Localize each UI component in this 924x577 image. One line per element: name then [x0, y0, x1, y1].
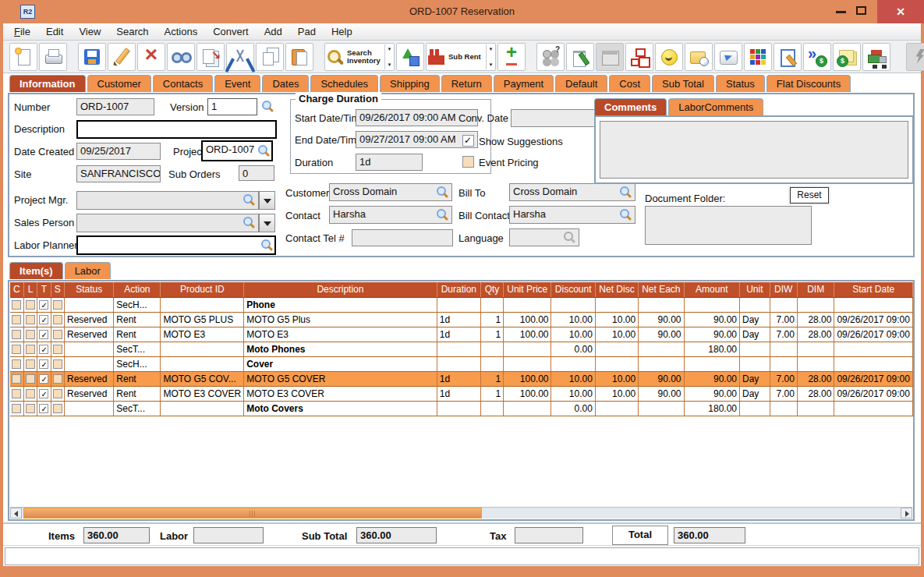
s-flag-checkbox[interactable]: [53, 345, 62, 354]
column-header-net-each[interactable]: Net Each: [639, 282, 684, 297]
site-field[interactable]: SANFRANCISCO: [76, 165, 161, 182]
language-field[interactable]: [509, 228, 579, 246]
l-flag-checkbox[interactable]: [26, 404, 35, 413]
project-mgr-dropdown-button[interactable]: [259, 191, 275, 210]
column-header-diw[interactable]: DIW: [770, 282, 797, 297]
column-header-s[interactable]: S: [51, 282, 64, 297]
copy-button[interactable]: [256, 43, 284, 71]
customer-field[interactable]: Cross Domain: [329, 183, 452, 201]
column-header-start-date[interactable]: Start Date: [834, 282, 913, 297]
s-flag-checkbox[interactable]: [53, 330, 62, 339]
sales-person-dropdown-button[interactable]: [259, 214, 275, 232]
item-row[interactable]: ReservedRentMOTO E3MOTO E31d1100.0010.00…: [10, 327, 913, 342]
column-header-dim[interactable]: DIM: [797, 282, 834, 297]
close-button[interactable]: ✕: [877, 0, 924, 23]
document-folder-field[interactable]: [645, 206, 812, 245]
c-flag-checkbox[interactable]: [12, 315, 21, 324]
l-flag-checkbox[interactable]: [26, 300, 35, 310]
sales-person-field[interactable]: [76, 214, 259, 232]
tab-payment[interactable]: Payment: [494, 75, 554, 92]
menu-convert[interactable]: Convert: [205, 23, 257, 40]
project-mgr-search-icon[interactable]: [243, 194, 255, 206]
billing-invoice-button[interactable]: [833, 43, 861, 71]
column-header-discount[interactable]: Discount: [551, 282, 595, 297]
item-row[interactable]: ReservedRentMOTO G5 PLUSMOTO G5 Plus1d11…: [10, 312, 913, 327]
maximize-button[interactable]: [856, 6, 866, 15]
menu-search[interactable]: Search: [108, 23, 156, 40]
tab-information[interactable]: Information: [9, 75, 86, 92]
labor-planner-field[interactable]: [76, 235, 276, 255]
minimize-button[interactable]: [836, 11, 846, 13]
comments-textarea[interactable]: [600, 121, 908, 179]
send-payment-button[interactable]: [803, 43, 831, 71]
menu-edit[interactable]: Edit: [38, 23, 71, 40]
tab-customer[interactable]: Customer: [87, 75, 151, 92]
c-flag-checkbox[interactable]: [12, 300, 21, 310]
contact-search-icon[interactable]: [437, 209, 448, 221]
s-flag-checkbox[interactable]: [53, 359, 62, 369]
delete-button[interactable]: [137, 43, 165, 71]
add-remove-item-button[interactable]: [497, 43, 526, 71]
s-flag-checkbox[interactable]: [53, 374, 62, 384]
tax-field[interactable]: [515, 527, 583, 543]
column-header-duration[interactable]: Duration: [437, 282, 480, 297]
l-flag-checkbox[interactable]: [26, 374, 35, 384]
inventory-cubes-button[interactable]: [744, 43, 772, 71]
smiley-contact-button[interactable]: [655, 43, 683, 71]
tab-return[interactable]: Return: [441, 75, 492, 92]
sub-total-field[interactable]: 360.00: [356, 527, 437, 543]
folder-history-button[interactable]: [685, 43, 713, 71]
tab-schedules[interactable]: Schedules: [310, 75, 378, 92]
tab-laborcomments[interactable]: LaborComments: [668, 98, 763, 115]
item-row[interactable]: SecH...Cover: [10, 356, 913, 371]
find-binoculars-button[interactable]: [167, 43, 195, 71]
column-header-net-disc[interactable]: Net Disc: [595, 282, 638, 297]
t-flag-checkbox[interactable]: [39, 300, 48, 310]
edit-pencil-button[interactable]: [108, 43, 136, 71]
search-inventory-button[interactable]: Search Inventory▼▼: [324, 43, 395, 71]
transfer-document-button[interactable]: [196, 43, 225, 71]
scroll-right-arrow-icon[interactable]: [901, 508, 912, 519]
t-flag-checkbox[interactable]: [39, 389, 48, 398]
bill-to-search-icon[interactable]: [620, 186, 632, 198]
t-flag-checkbox[interactable]: [39, 330, 48, 339]
s-flag-checkbox[interactable]: [53, 404, 62, 413]
sub-orders-field[interactable]: 0: [239, 165, 274, 181]
item-row[interactable]: ReservedRentMOTO G5 COV...MOTO G5 COVER1…: [10, 371, 913, 386]
total-field[interactable]: 360.00: [674, 527, 745, 543]
save-button[interactable]: [78, 43, 106, 71]
duration-field[interactable]: 1d: [356, 154, 423, 171]
t-flag-checkbox[interactable]: [39, 404, 48, 413]
contact-field[interactable]: Harsha: [329, 206, 452, 224]
column-header-qty[interactable]: Qty: [480, 282, 503, 297]
l-flag-checkbox[interactable]: [26, 330, 35, 339]
bill-contact-search-icon[interactable]: [620, 209, 632, 221]
column-header-unit-price[interactable]: Unit Price: [504, 282, 551, 297]
tab-flat-discounts[interactable]: Flat Discounts: [766, 75, 851, 92]
t-flag-checkbox[interactable]: [39, 345, 48, 354]
goods-shapes-button[interactable]: [396, 43, 424, 71]
item-row[interactable]: SecH...Phone: [10, 297, 913, 312]
tab-item-s[interactable]: Item(s): [9, 262, 63, 279]
column-header-status[interactable]: Status: [65, 282, 114, 297]
labor-planner-search-icon[interactable]: [261, 239, 273, 251]
org-hierarchy-button[interactable]: [625, 43, 653, 71]
s-flag-checkbox[interactable]: [53, 300, 62, 310]
menu-file[interactable]: File: [6, 23, 38, 40]
scroll-left-arrow-icon[interactable]: [10, 508, 22, 519]
item-row[interactable]: SecT...Moto Covers0.00180.00: [10, 401, 913, 416]
items-total-field[interactable]: 360.00: [83, 527, 150, 543]
bill-contact-field[interactable]: Harsha: [509, 206, 635, 224]
c-flag-checkbox[interactable]: [12, 345, 21, 354]
t-flag-checkbox[interactable]: [39, 359, 48, 369]
group-availability-button[interactable]: [536, 43, 565, 71]
t-flag-checkbox[interactable]: [39, 374, 48, 384]
column-header-l[interactable]: L: [23, 282, 37, 297]
s-flag-checkbox[interactable]: [53, 315, 62, 324]
column-header-description[interactable]: Description: [244, 282, 437, 297]
c-flag-checkbox[interactable]: [12, 374, 21, 384]
date-created-field[interactable]: 09/25/2017: [76, 143, 161, 160]
tab-shipping[interactable]: Shipping: [380, 75, 440, 92]
contact-tel-field[interactable]: [352, 229, 453, 246]
conv-date-field[interactable]: [511, 109, 599, 127]
